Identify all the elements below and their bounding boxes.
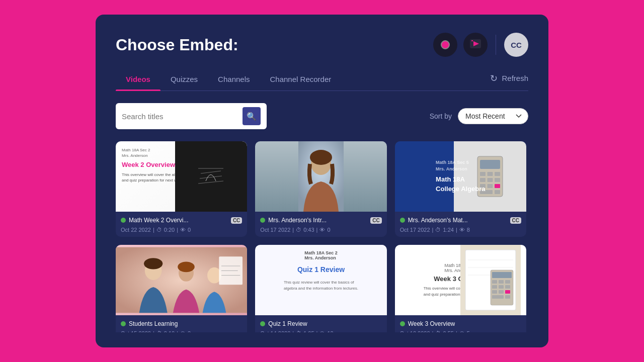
clock-icon-2: ⏱ — [296, 227, 301, 233]
record-icon-button[interactable] — [433, 33, 457, 57]
embed-modal: Choose Embed: CC Videos — [96, 15, 548, 347]
search-button[interactable]: 🔍 — [243, 107, 261, 125]
modal-title: Choose Embed: — [116, 36, 238, 54]
status-dot-1 — [121, 218, 126, 223]
tab-channel-recorder[interactable]: Channel Recorder — [260, 71, 342, 90]
clock-icon-6: ⏱ — [435, 330, 441, 332]
video-title-row-4: Students Learning — [121, 320, 242, 327]
search-icon: 🔍 — [247, 112, 257, 121]
video-thumbnail-6: Math 18A Sec 2Mrs. Anderson Week 3 Overv… — [395, 245, 526, 315]
video-card-1[interactable]: Math 18A Sec 2Mrs. Anderson Week 2 Overv… — [116, 141, 247, 237]
svg-point-27 — [178, 262, 195, 273]
svg-rect-13 — [488, 172, 493, 176]
tabs-bar: Videos Quizzes Channels Channel Recorder… — [116, 71, 528, 91]
header-icons-group: CC — [433, 33, 528, 57]
video-meta-2: Oct 17 2022 | ⏱ 0:43 | 👁 0 — [260, 227, 381, 233]
refresh-icon: ↻ — [490, 73, 498, 84]
video-meta-1: Oct 22 2022 | ⏱ 0:20 | 👁 0 — [121, 227, 242, 233]
video-views-1: 0 — [188, 227, 191, 233]
search-sort-row: 🔍 Sort by Most Recent Oldest A-Z Z-A Mos… — [116, 103, 528, 129]
sort-container: Sort by Most Recent Oldest A-Z Z-A Most … — [430, 108, 528, 124]
sort-select[interactable]: Most Recent Oldest A-Z Z-A Most Viewed — [458, 108, 528, 124]
svg-rect-17 — [495, 178, 500, 182]
video-meta-3: Oct 17 2022 | ⏱ 1:24 | 👁 8 — [400, 227, 521, 233]
player-icon-button[interactable] — [463, 33, 488, 57]
video-duration-6: 0:55 — [443, 330, 453, 332]
video-views-4: 3 — [188, 330, 191, 332]
svg-rect-40 — [492, 280, 497, 284]
video-duration-1: 0:20 — [164, 227, 175, 233]
video-info-6: Week 3 Overview Oct 12 2022 | ⏱ 0:55 | 👁… — [395, 315, 526, 332]
svg-rect-44 — [499, 285, 504, 289]
video-thumbnail-3: Math 18A Sec 5Mrs. Anderson Math 18AColl… — [395, 141, 526, 212]
tab-quizzes[interactable]: Quizzes — [160, 71, 208, 90]
refresh-label: Refresh — [502, 74, 528, 82]
cc-label: CC — [511, 41, 522, 49]
tab-channels[interactable]: Channels — [208, 71, 260, 90]
video-title-row-5: Quiz 1 Review — [260, 320, 381, 327]
video-title-left-4: Students Learning — [121, 320, 178, 327]
svg-line-5 — [200, 176, 222, 178]
video-info-5: Quiz 1 Review Oct 14 2022 | ⏱ 1:05 | 👁 1… — [255, 315, 386, 332]
video-card-6[interactable]: Math 18A Sec 2Mrs. Anderson Week 3 Overv… — [395, 245, 526, 332]
views-icon-4: 👁 — [180, 330, 186, 332]
video-title-row-1: Math Week 2 Overvi... CC — [121, 217, 242, 224]
status-dot-5 — [260, 321, 265, 326]
video-duration-3: 1:24 — [443, 227, 453, 233]
video-info-4: Students Learning Oct 15 2022 | ⏱ 2:10 |… — [116, 315, 247, 332]
video-title-2: Mrs. Anderson's Intr... — [268, 217, 327, 224]
video-views-5: 12 — [327, 330, 333, 332]
tabs-list: Videos Quizzes Channels Channel Recorder — [116, 71, 341, 90]
svg-line-4 — [201, 171, 221, 173]
modal-header: Choose Embed: CC — [116, 33, 528, 57]
video-card-2[interactable]: Mrs. Anderson's Intr... CC Oct 17 2022 |… — [255, 141, 386, 237]
tab-videos[interactable]: Videos — [116, 71, 160, 90]
video-date-2: Oct 17 2022 — [260, 227, 290, 233]
video-thumbnail-5: Math 18A Sec 2Mrs. Anderson Quiz 1 Revie… — [255, 245, 386, 315]
video-title-left-2: Mrs. Anderson's Intr... — [260, 217, 327, 224]
video-title-1: Math Week 2 Overvi... — [129, 217, 188, 224]
video-duration-4: 2:10 — [164, 330, 175, 332]
search-input[interactable] — [122, 112, 238, 121]
svg-point-9 — [310, 150, 332, 165]
search-container: 🔍 — [116, 103, 267, 129]
clock-icon-5: ⏱ — [296, 330, 301, 332]
svg-rect-41 — [499, 280, 504, 284]
cc-badge-3: CC — [510, 217, 521, 224]
refresh-button[interactable]: ↻ Refresh — [490, 73, 528, 89]
svg-rect-42 — [505, 280, 510, 284]
video-date-5: Oct 14 2022 — [260, 330, 290, 332]
video-title-row-2: Mrs. Anderson's Intr... CC — [260, 217, 381, 224]
views-icon-2: 👁 — [319, 227, 325, 233]
sort-label: Sort by — [430, 112, 452, 120]
video-card-4[interactable]: Students Learning Oct 15 2022 | ⏱ 2:10 |… — [116, 245, 247, 332]
video-views-2: 0 — [327, 227, 330, 233]
person-bg-2 — [255, 141, 386, 212]
video-thumbnail-1: Math 18A Sec 2Mrs. Anderson Week 2 Overv… — [116, 141, 247, 212]
clock-icon-3: ⏱ — [435, 227, 441, 233]
status-dot-2 — [260, 218, 265, 223]
svg-point-25 — [144, 258, 163, 269]
video-duration-5: 1:05 — [303, 330, 314, 332]
video-views-6: 5 — [467, 330, 470, 332]
cc-badge-2: CC — [370, 217, 381, 224]
video-title-left-5: Quiz 1 Review — [260, 320, 307, 327]
blackboard-thumb — [175, 141, 248, 212]
video-card-3[interactable]: Math 18A Sec 5Mrs. Anderson Math 18AColl… — [395, 141, 526, 237]
views-icon-3: 👁 — [459, 227, 465, 233]
status-dot-6 — [400, 321, 405, 326]
svg-rect-43 — [492, 285, 497, 289]
status-dot-3 — [400, 218, 405, 223]
video-card-5[interactable]: Math 18A Sec 2Mrs. Anderson Quiz 1 Revie… — [255, 245, 386, 332]
video-date-1: Oct 22 2022 — [121, 227, 151, 233]
video-date-4: Oct 15 2022 — [121, 330, 151, 332]
views-icon-5: 👁 — [319, 330, 325, 332]
svg-rect-20 — [495, 184, 500, 188]
svg-rect-48 — [505, 290, 510, 294]
cc-badge-1: CC — [231, 217, 242, 224]
record-dot-icon — [441, 40, 450, 49]
cc-icon-button[interactable]: CC — [504, 33, 528, 57]
views-icon-6: 👁 — [459, 330, 465, 332]
video-date-6: Oct 12 2022 — [400, 330, 430, 332]
video-title-left-6: Week 3 Overview — [400, 320, 455, 327]
